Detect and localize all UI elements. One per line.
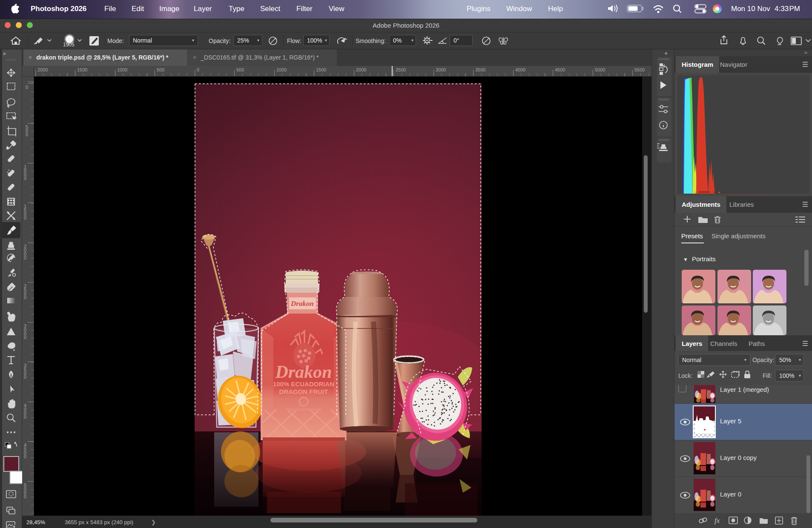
svg-text:100% ECUADORIAN: 100% ECUADORIAN — [273, 380, 334, 388]
svg-text:DRAGON FRUIT: DRAGON FRUIT — [279, 388, 328, 395]
svg-text:Drakon: Drakon — [290, 300, 314, 308]
svg-text:fx: fx — [714, 517, 720, 525]
svg-text:Drakon: Drakon — [275, 362, 332, 382]
